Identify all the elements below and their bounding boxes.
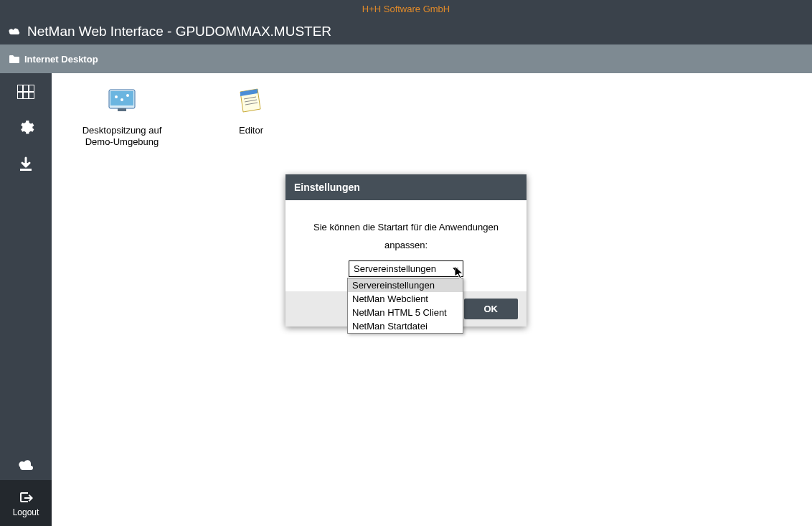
svg-point-9	[126, 94, 129, 97]
folder-icon	[9, 55, 20, 64]
logout-icon	[19, 492, 33, 504]
gear-icon	[17, 119, 34, 136]
company-bar: H+H Software GmbH	[0, 0, 812, 19]
svg-point-8	[121, 98, 123, 101]
sidebar: Logout	[0, 73, 52, 526]
dialog-text-line1: Sie können die Startart für die Anwendun…	[300, 222, 512, 233]
app-label: Desktopsitzung auf Demo-Umgebung	[79, 125, 165, 149]
svg-point-7	[115, 95, 118, 98]
breadcrumb-bar: Internet Desktop	[0, 44, 812, 73]
svg-rect-10	[118, 108, 126, 111]
logout-label: Logout	[13, 507, 39, 517]
title-bar: NetMan Web Interface - GPUDOM\MAX.MUSTER	[0, 19, 812, 44]
app-desktop-session[interactable]: Desktopsitzung auf Demo-Umgebung	[79, 86, 165, 149]
app-label: Editor	[208, 125, 294, 136]
company-label: H+H Software GmbH	[362, 4, 450, 14]
start-mode-select[interactable]: Servereinstellungen	[349, 260, 463, 277]
dropdown-option[interactable]: Servereinstellungen	[348, 278, 463, 292]
dropdown-option[interactable]: NetMan Webclient	[348, 292, 463, 306]
dropdown-option[interactable]: NetMan HTML 5 Client	[348, 306, 463, 319]
start-mode-dropdown: Servereinstellungen NetMan Webclient Net…	[347, 278, 463, 334]
dialog-body: Sie können die Startart für die Anwendun…	[285, 200, 527, 291]
svg-rect-4	[20, 169, 32, 171]
cloud-icon	[17, 460, 34, 471]
download-icon	[18, 156, 34, 172]
dialog-text-line2: anpassen:	[300, 240, 512, 250]
cloud-icon	[7, 27, 22, 37]
dialog-title: Einstellungen	[285, 174, 527, 200]
sidebar-item-cloud[interactable]	[0, 448, 52, 480]
editor-icon	[234, 86, 268, 115]
breadcrumb-label: Internet Desktop	[24, 54, 98, 65]
settings-dialog: Einstellungen Sie können die Startart fü…	[285, 174, 527, 327]
app-editor[interactable]: Editor	[208, 86, 294, 136]
sidebar-item-settings[interactable]	[0, 108, 52, 145]
sidebar-item-download[interactable]	[0, 145, 52, 181]
window-title: NetMan Web Interface - GPUDOM\MAX.MUSTER	[27, 24, 331, 39]
grid-icon	[17, 85, 34, 99]
sidebar-item-logout[interactable]: Logout	[0, 480, 52, 526]
sidebar-item-grid[interactable]	[0, 73, 52, 108]
desktop-session-icon	[105, 86, 139, 115]
dropdown-option[interactable]: NetMan Startdatei	[348, 319, 463, 333]
ok-button[interactable]: OK	[464, 299, 519, 319]
select-value: Servereinstellungen	[354, 263, 436, 274]
